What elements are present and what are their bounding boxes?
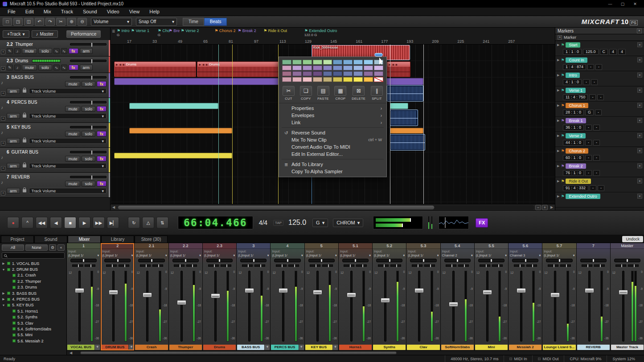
send-slider[interactable]: [288, 264, 299, 267]
marker-value[interactable]: -: [597, 94, 604, 100]
mixer-strip-7[interactable]: 7120-9-18-27-36REVERB: [577, 243, 610, 350]
section-marker-ride-it-out[interactable]: ⚑ Ride it Out: [263, 28, 287, 33]
volume-fader[interactable]: [550, 293, 560, 297]
fx-button[interactable]: fx: [97, 131, 107, 137]
save-button[interactable]: ◫: [24, 18, 33, 26]
marker-row[interactable]: ▶⚑Verse 1✕11 : 4 : 750--: [555, 86, 644, 102]
input-select[interactable]: Input:Channel 2▾: [441, 249, 474, 258]
automation-param-select[interactable]: Track Volume▾: [29, 138, 107, 144]
clip-color-swatch[interactable]: [364, 60, 373, 65]
input-select[interactable]: Input:(L)Input 1/▾: [169, 249, 202, 258]
marker-value[interactable]: 28 : 1 : 0: [563, 110, 584, 115]
send-slider[interactable]: [582, 264, 592, 267]
marker-value[interactable]: 1 : 4 : 874: [563, 64, 586, 70]
send-slider[interactable]: [492, 264, 503, 267]
add-subtrack-button[interactable]: +: [1, 191, 5, 195]
time-mode-button[interactable]: Time: [183, 18, 204, 26]
tree-item-5-2-synths[interactable]: 5.2. Synths: [2, 314, 65, 320]
pan-handle[interactable]: [593, 259, 594, 262]
section-marker-intro[interactable]: ⚑ IntroG: [117, 28, 130, 37]
pan-slider[interactable]: [546, 259, 572, 262]
mixer-strip-2-1[interactable]: 2.1Input:(L)Input 1/▾120-9-18-27-36Crash: [135, 243, 168, 350]
go-to-end-button[interactable]: ▶▏: [107, 217, 119, 228]
marker-name[interactable]: Chorus 2: [566, 148, 588, 154]
add-marker-icon[interactable]: +: [558, 35, 562, 40]
audio-clip[interactable]: [387, 85, 423, 102]
mixer-strip-5-4[interactable]: 5.4Input:Channel 2▾120-9-18-27-36SoftHor…: [441, 243, 474, 350]
beats-mode-button[interactable]: Beats: [204, 18, 227, 26]
marker-value[interactable]: -: [593, 170, 600, 176]
add-subtrack-button[interactable]: +: [1, 141, 5, 146]
marker-value[interactable]: -: [591, 79, 598, 85]
time-display[interactable]: 66:04.466: [178, 216, 253, 229]
marker-value[interactable]: -: [593, 125, 600, 130]
delete-action[interactable]: ⊠DELETE: [352, 86, 365, 101]
pan-slider[interactable]: [206, 259, 233, 262]
mute-button[interactable]: mute: [22, 65, 37, 70]
lock-icon[interactable]: [23, 139, 26, 142]
expander-icon[interactable]: ▶: [557, 43, 559, 47]
audio-clip[interactable]: ▶◉ ◉Drums: [197, 61, 280, 77]
master-fx-button[interactable]: FX: [476, 218, 488, 228]
gear-icon[interactable]: ⚙: [49, 244, 56, 251]
marker-row[interactable]: ▶⚑Chorus 2✕60 : 1 : 0--: [555, 147, 644, 162]
menu-mix[interactable]: Mix: [39, 8, 56, 15]
marker-name[interactable]: Chorus 1: [566, 103, 588, 108]
clip-color-swatch[interactable]: [323, 77, 332, 82]
rewind-button[interactable]: ◀: [50, 217, 62, 228]
section-marker-verse-1[interactable]: ⚑ Verse 1: [131, 28, 149, 33]
track-volume-slider[interactable]: [70, 126, 107, 128]
expander-icon[interactable]: ▼: [2, 304, 5, 307]
tree-item-5-1-horns1[interactable]: 5.1. Horns1: [2, 308, 65, 314]
input-select[interactable]: Input:(L)Input 1/▾: [237, 249, 270, 258]
input-select[interactable]: Input:(L)Input 1/▾: [406, 249, 440, 258]
clip-color-swatch[interactable]: [313, 77, 322, 82]
scroll-right-icon[interactable]: ▶: [549, 204, 555, 211]
redo-button[interactable]: ↷: [45, 18, 55, 26]
marker-name[interactable]: Intro: [566, 73, 580, 78]
close-button[interactable]: ✕: [629, 0, 641, 7]
play-button[interactable]: ▶: [78, 217, 90, 228]
strip-name[interactable]: Crash: [135, 345, 168, 350]
tree-item-3-bass-bus[interactable]: ▶3. BASS BUS: [2, 290, 65, 296]
delete-marker-button[interactable]: ✕: [637, 73, 642, 77]
mixer-scrollbar[interactable]: ◀: [67, 350, 644, 355]
clip-color-swatch[interactable]: [343, 65, 353, 70]
marker-value[interactable]: 1 : 1 : 0: [563, 49, 582, 55]
expander-icon[interactable]: ▶: [557, 58, 559, 62]
track-volume-slider[interactable]: [70, 176, 107, 178]
wave-icon[interactable]: ∿: [53, 65, 60, 70]
marker-row[interactable]: ▶⚑Verse 2✕44 : 1 : 0--: [555, 132, 644, 147]
pan-handle[interactable]: [389, 259, 390, 262]
strip-name[interactable]: Synths: [373, 345, 406, 350]
pan-handle[interactable]: [83, 259, 84, 262]
collapse-sidebar-icon[interactable]: «: [57, 244, 65, 251]
menu-track[interactable]: Track: [56, 8, 78, 15]
scrollbar-thumb[interactable]: [118, 205, 435, 210]
automation-param-select[interactable]: Track Volume▾: [29, 113, 107, 119]
send-slider[interactable]: [72, 264, 83, 267]
clip-color-bar[interactable]: [390, 128, 423, 134]
marker-value[interactable]: 11 : 4 : 750: [563, 94, 588, 100]
clip-color-swatch[interactable]: [292, 71, 302, 76]
add-send-button[interactable]: +: [95, 345, 100, 350]
strip-name[interactable]: Drums: [203, 345, 236, 350]
track-header-thumper[interactable]: +2.2Thumper✎♪mutesolo∿∿fxarm: [0, 40, 110, 57]
marker-value[interactable]: 4 : 1 : 0: [563, 79, 582, 85]
audio-clip[interactable]: [390, 110, 418, 126]
add-send-button[interactable]: +: [129, 345, 134, 350]
master-track-button[interactable]: ♪ Master: [32, 30, 58, 38]
tree-item-2-1-crash[interactable]: 2.1. Crash: [2, 273, 65, 278]
send-slider[interactable]: [424, 264, 435, 267]
marker-value[interactable]: -: [583, 79, 590, 85]
track-header-percs-bus[interactable]: +4PERCS BUS♪mutesolofxarmTrack Volume▾: [0, 98, 110, 123]
clip-color-bar[interactable]: [129, 103, 218, 109]
strip-name[interactable]: Messiah 2: [509, 345, 541, 350]
clip-color-swatch[interactable]: [292, 60, 302, 65]
send-slider[interactable]: [254, 264, 265, 267]
mixer-strip-3[interactable]: 3Input:(L)Input 1/▾120-9-18-27-36BASS BU…: [237, 243, 270, 350]
expander-icon[interactable]: ▶: [557, 104, 559, 107]
clip-color-swatch[interactable]: [374, 65, 383, 70]
tree-item-1-vocal-bus[interactable]: ▶1. VOCAL BUS: [2, 260, 65, 266]
marker-row[interactable]: ▶⚑Start✕1 : 1 : 0125.0C44: [555, 41, 644, 56]
